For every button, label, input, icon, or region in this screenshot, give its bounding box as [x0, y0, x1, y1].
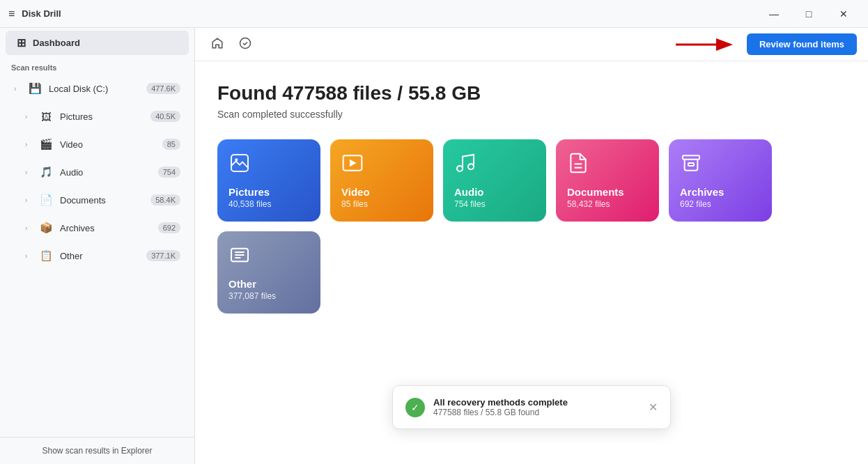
sidebar-item-count: 377.1K: [146, 250, 180, 261]
sidebar-item-pictures[interactable]: › 🖼 Pictures 40.5K: [3, 103, 192, 130]
sidebar-item-label: Video: [60, 139, 162, 150]
audio-card-name: Audio: [454, 186, 535, 198]
maximize-button[interactable]: □: [793, 3, 825, 25]
sidebar: ⊞ Dashboard Scan results › 💾 Local Disk …: [0, 28, 195, 464]
toast-notification: ✓ All recovery methods complete 477588 f…: [392, 385, 671, 429]
audio-card-count: 754 files: [454, 199, 535, 209]
sidebar-item-count: 754: [158, 167, 180, 178]
sidebar-dashboard-label: Dashboard: [33, 38, 80, 48]
card-documents[interactable]: Documents 58,432 files: [556, 139, 659, 222]
show-scan-results-button[interactable]: Show scan results in Explorer: [0, 437, 194, 464]
pictures-card-name: Pictures: [228, 186, 309, 198]
card-video[interactable]: Video 85 files: [330, 139, 433, 222]
review-found-items-button[interactable]: Review found items: [747, 33, 857, 55]
sidebar-item-count: 692: [158, 222, 180, 233]
home-button[interactable]: [206, 33, 228, 56]
sidebar-item-count: 58.4K: [150, 194, 180, 206]
other-icon: 📋: [38, 247, 54, 264]
archives-card-count: 692 files: [680, 199, 761, 209]
category-cards-grid: Pictures 40,538 files Video 85 files: [217, 139, 846, 314]
toast-subtitle: 477588 files / 55.8 GB found: [433, 408, 640, 417]
pictures-card-icon: [228, 152, 309, 179]
audio-card-icon: [454, 152, 535, 179]
scan-results-label: Scan results: [0, 58, 194, 75]
sidebar-item-other[interactable]: › 📋 Other 377.1K: [3, 242, 192, 269]
chevron-icon: ›: [14, 85, 22, 93]
sidebar-item-audio[interactable]: › 🎵 Audio 754: [3, 159, 192, 185]
sidebar-item-local-disk[interactable]: › 💾 Local Disk (C:) 477.6K: [3, 75, 192, 102]
home-icon: [211, 37, 224, 52]
app-title: Disk Drill: [22, 8, 61, 19]
archives-card-icon: [680, 152, 761, 179]
dashboard-grid-icon: ⊞: [17, 36, 26, 49]
archives-icon: 📦: [38, 219, 54, 236]
video-icon: 🎬: [38, 136, 54, 153]
close-button[interactable]: ✕: [828, 3, 860, 25]
sidebar-item-count: 85: [162, 139, 180, 150]
sidebar-item-count: 40.5K: [150, 111, 180, 122]
video-card-name: Video: [341, 186, 422, 198]
titlebar: ≡ Disk Drill — □ ✕: [0, 0, 868, 28]
annotation-arrow: [676, 36, 738, 53]
sidebar-item-documents[interactable]: › 📄 Documents 58.4K: [3, 187, 192, 213]
main-content: Review found items Found 477588 files / …: [195, 28, 868, 464]
audio-icon: 🎵: [38, 164, 54, 180]
toast-check-icon: ✓: [405, 398, 425, 417]
other-card-count: 377,087 files: [228, 291, 309, 301]
svg-point-0: [240, 38, 251, 48]
toast-container: ✓ All recovery methods complete 477588 f…: [392, 385, 671, 429]
sidebar-item-label: Pictures: [60, 111, 150, 122]
scan-status-text: Scan completed successfully: [217, 109, 846, 120]
sidebar-item-archives[interactable]: › 📦 Archives 692: [3, 215, 192, 241]
svg-rect-11: [688, 163, 694, 166]
card-archives[interactable]: Archives 692 files: [669, 139, 772, 222]
video-card-count: 85 files: [341, 199, 422, 209]
chevron-icon: ›: [25, 196, 33, 204]
chevron-icon: ›: [25, 252, 33, 260]
sidebar-item-count: 477.6K: [146, 83, 180, 94]
svg-point-6: [457, 166, 463, 171]
sidebar-item-label: Other: [60, 251, 146, 261]
chevron-icon: ›: [25, 141, 33, 148]
other-card-icon: [228, 244, 309, 271]
app-body: ⊞ Dashboard Scan results › 💾 Local Disk …: [0, 28, 868, 464]
documents-card-icon: [567, 152, 648, 179]
toast-close-button[interactable]: ✕: [649, 401, 658, 414]
toast-title: All recovery methods complete: [433, 397, 640, 408]
found-files-title: Found 477588 files / 55.8 GB: [217, 82, 846, 105]
check-circle-icon: [239, 37, 251, 52]
video-card-icon: [341, 152, 422, 179]
archives-card-name: Archives: [680, 186, 761, 198]
local-disk-icon: 💾: [26, 80, 43, 97]
sidebar-item-dashboard[interactable]: ⊞ Dashboard: [6, 31, 189, 55]
pictures-card-count: 40,538 files: [228, 199, 309, 209]
toast-text-area: All recovery methods complete 477588 fil…: [433, 397, 640, 417]
documents-card-count: 58,432 files: [567, 199, 648, 209]
other-card-name: Other: [228, 278, 309, 290]
status-check-button[interactable]: [234, 33, 256, 56]
documents-card-name: Documents: [567, 186, 648, 198]
chevron-icon: ›: [25, 224, 33, 232]
svg-rect-10: [683, 155, 699, 159]
toolbar: Review found items: [195, 28, 868, 61]
minimize-button[interactable]: —: [758, 3, 790, 25]
red-arrow-svg: [676, 36, 738, 53]
sidebar-item-label: Documents: [60, 195, 150, 206]
svg-point-7: [468, 164, 474, 169]
sidebar-item-label: Local Disk (C:): [49, 84, 146, 94]
card-other[interactable]: Other 377,087 files: [217, 231, 320, 314]
menu-icon[interactable]: ≡: [8, 8, 15, 20]
chevron-icon: ›: [25, 113, 33, 121]
sidebar-item-video[interactable]: › 🎬 Video 85: [3, 131, 192, 157]
sidebar-item-label: Archives: [60, 223, 158, 233]
chevron-icon: ›: [25, 169, 33, 176]
card-pictures[interactable]: Pictures 40,538 files: [217, 139, 320, 222]
window-controls: — □ ✕: [758, 3, 860, 25]
documents-icon: 📄: [38, 192, 54, 208]
pictures-icon: 🖼: [38, 108, 54, 125]
sidebar-item-label: Audio: [60, 167, 158, 178]
card-audio[interactable]: Audio 754 files: [443, 139, 546, 222]
